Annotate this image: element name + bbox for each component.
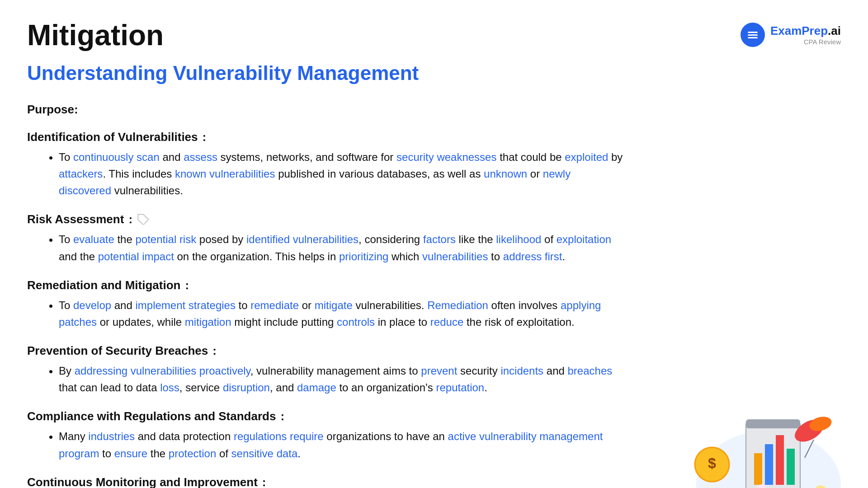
logo-icon: [741, 23, 765, 47]
prevention-label: Prevention of Security Breaches:: [27, 344, 624, 358]
illustration-svg: $: [642, 394, 841, 488]
purpose-label: Purpose:: [27, 103, 624, 117]
main-content: Purpose: Identification of Vulnerabiliti…: [27, 103, 624, 488]
list-item: By addressing vulnerabilities proactivel…: [59, 362, 624, 396]
logo-ai: .ai: [828, 24, 841, 38]
logo-subtitle: CPA Review: [770, 38, 841, 46]
remediation-label: Remediation and Mitigation:: [27, 278, 624, 292]
compliance-label: Compliance with Regulations and Standard…: [27, 409, 624, 423]
list-item: To develop and implement strategies to r…: [59, 297, 624, 330]
svg-rect-8: [765, 444, 773, 485]
tag-icon: [137, 213, 150, 226]
svg-rect-6: [746, 419, 800, 428]
logo-brand: ExamPrep: [770, 24, 828, 38]
content-area: Purpose: Identification of Vulnerabiliti…: [27, 103, 841, 488]
prevention-bullets: By addressing vulnerabilities proactivel…: [27, 362, 624, 396]
svg-rect-0: [748, 32, 758, 33]
page-header: Mitigation ExamPrep.ai CPA Review: [27, 18, 841, 53]
list-item: Many industries and data protection regu…: [59, 428, 624, 461]
page-title: Mitigation: [27, 18, 164, 53]
compliance-bullets: Many industries and data protection regu…: [27, 428, 624, 461]
svg-text:$: $: [708, 455, 716, 471]
list-item: To continuously scan and assess systems,…: [59, 149, 624, 199]
risk-bullets: To evaluate the potential risk posed by …: [27, 231, 624, 264]
svg-rect-1: [748, 34, 758, 36]
identification-bullets: To continuously scan and assess systems,…: [27, 149, 624, 199]
svg-rect-2: [748, 37, 758, 38]
svg-rect-10: [787, 449, 795, 485]
logo-text-area: ExamPrep.ai CPA Review: [770, 24, 841, 46]
risk-label: Risk Assessment:: [27, 212, 624, 226]
list-item: To evaluate the potential risk posed by …: [59, 231, 624, 264]
section-subtitle: Understanding Vulnerability Management: [27, 62, 841, 84]
remediation-bullets: To develop and implement strategies to r…: [27, 297, 624, 330]
svg-rect-9: [776, 435, 784, 485]
logo-area: ExamPrep.ai CPA Review: [741, 23, 841, 47]
illustration-area: $: [642, 103, 841, 488]
monitoring-label: Continuous Monitoring and Improvement:: [27, 475, 624, 488]
svg-rect-7: [754, 453, 762, 485]
identification-label: Identification of Vulnerabilities:: [27, 130, 624, 144]
